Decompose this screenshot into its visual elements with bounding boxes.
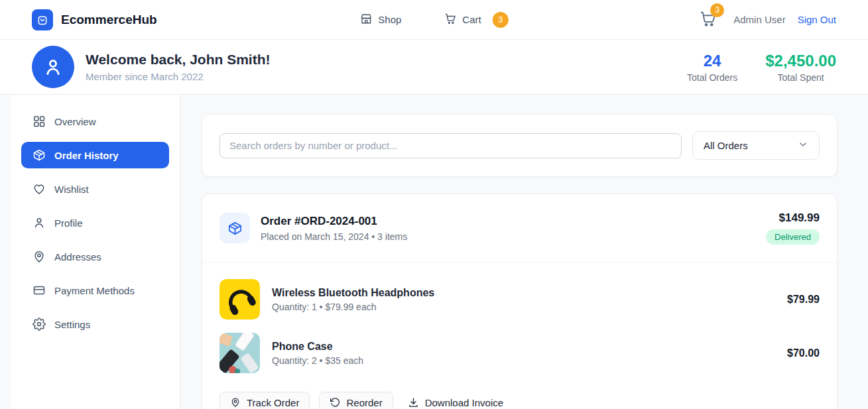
sidebar-item-payment-methods[interactable]: Payment Methods	[21, 277, 169, 304]
item-info: Wireless Bluetooth Headphones Quantity: …	[272, 287, 434, 312]
reorder-label: Reorder	[346, 397, 382, 408]
sidebar-item-label: Wishlist	[54, 184, 89, 195]
package-icon	[32, 148, 46, 162]
sidebar-item-overview[interactable]: Overview	[21, 108, 169, 135]
heart-icon	[32, 182, 46, 196]
welcome-title: Welcome back, John Smith!	[86, 52, 271, 68]
search-input[interactable]	[219, 133, 682, 158]
map-pin-icon	[230, 397, 241, 408]
brand-name: EcommerceHub	[61, 13, 157, 27]
item-info: Phone Case Quantity: 2 • $35 each	[272, 341, 363, 366]
credit-card-icon	[32, 284, 46, 297]
total-orders-label: Total Orders	[687, 72, 737, 83]
order-filter-value: All Orders	[704, 140, 748, 151]
cart-count-badge: 3	[493, 12, 509, 28]
nav-cart[interactable]: Cart 3	[444, 12, 508, 28]
grid-icon	[32, 115, 46, 128]
header-nav: Shop Cart 3	[359, 0, 508, 39]
sidebar-item-label: Profile	[54, 217, 83, 229]
sidebar-item-order-history[interactable]: Order History	[21, 142, 169, 168]
total-orders-value: 24	[687, 52, 737, 70]
order-item-row: Phone Case Quantity: 2 • $35 each $70.00	[219, 333, 820, 373]
item-name: Phone Case	[272, 341, 363, 353]
map-pin-icon	[32, 250, 46, 263]
welcome-banner: Welcome back, John Smith! Member since M…	[0, 40, 868, 95]
order-meta: Placed on March 15, 2024 • 3 items	[261, 231, 407, 242]
product-image-headphones	[219, 279, 260, 320]
order-card: Order #ORD-2024-001 Placed on March 15, …	[202, 194, 837, 409]
total-spent-value: $2,450.00	[765, 52, 836, 70]
order-total: $149.99	[766, 211, 820, 225]
download-invoice-button[interactable]: Download Invoice	[403, 392, 509, 409]
account-stats: 24 Total Orders $2,450.00 Total Spent	[687, 52, 836, 83]
gear-icon	[32, 318, 46, 331]
download-invoice-label: Download Invoice	[425, 397, 503, 408]
total-spent-stat: $2,450.00 Total Spent	[765, 52, 836, 83]
order-actions: Track Order Reorder Download Invoice	[202, 386, 837, 409]
welcome-text: Welcome back, John Smith! Member since M…	[86, 52, 271, 82]
item-details: Quantity: 1 • $79.99 each	[272, 302, 434, 312]
total-spent-label: Total Spent	[765, 72, 836, 83]
person-icon	[32, 216, 46, 229]
sidebar-item-label: Addresses	[54, 251, 101, 263]
sidebar: Overview Order History Wishlist Profile …	[11, 95, 180, 409]
total-orders-stat: 24 Total Orders	[687, 52, 737, 83]
sidebar-item-wishlist[interactable]: Wishlist	[21, 176, 169, 202]
sidebar-item-label: Order History	[54, 150, 119, 161]
order-header-text: Order #ORD-2024-001 Placed on March 15, …	[261, 215, 407, 242]
orders-filter-card: All Orders	[202, 114, 837, 177]
app-header: EcommerceHub Shop Cart 3 3 Admin User Si…	[0, 0, 868, 40]
main-panel: All Orders Order #ORD-2024-001 Placed on…	[180, 95, 868, 409]
store-icon	[359, 13, 372, 27]
brand: EcommerceHub	[32, 9, 157, 30]
nav-shop-label: Shop	[378, 14, 401, 25]
download-icon	[408, 397, 419, 408]
track-order-label: Track Order	[247, 397, 299, 408]
content: Overview Order History Wishlist Profile …	[0, 95, 868, 409]
nav-cart-label: Cart	[462, 14, 481, 25]
track-order-button[interactable]: Track Order	[219, 392, 310, 409]
order-number: Order #ORD-2024-001	[261, 215, 407, 228]
package-icon	[219, 213, 250, 243]
chevron-down-icon	[798, 139, 808, 152]
item-name: Wireless Bluetooth Headphones	[272, 287, 434, 299]
shopping-bag-logo-icon	[32, 9, 53, 30]
cart-icon	[444, 13, 456, 27]
sidebar-item-addresses[interactable]: Addresses	[21, 243, 169, 270]
status-badge: Delivered	[766, 229, 820, 245]
reorder-button[interactable]: Reorder	[319, 392, 393, 409]
sidebar-item-label: Settings	[54, 319, 90, 330]
refresh-icon	[330, 397, 340, 408]
avatar	[32, 46, 74, 88]
sidebar-item-label: Payment Methods	[54, 285, 135, 296]
nav-shop[interactable]: Shop	[359, 13, 401, 27]
item-price: $79.99	[787, 294, 820, 306]
member-since: Member since March 2022	[86, 71, 271, 82]
order-filter-select[interactable]: All Orders	[692, 131, 820, 160]
item-price: $70.00	[787, 347, 820, 359]
sidebar-item-label: Overview	[54, 116, 96, 127]
order-header: Order #ORD-2024-001 Placed on March 15, …	[202, 194, 837, 262]
product-image-phone-case	[219, 333, 260, 373]
order-header-right: $149.99 Delivered	[766, 211, 820, 245]
header-right: 3 Admin User Sign Out	[699, 9, 836, 30]
header-cart-button[interactable]: 3	[699, 9, 717, 30]
sidebar-item-profile[interactable]: Profile	[21, 209, 169, 236]
item-details: Quantity: 2 • $35 each	[272, 355, 363, 366]
user-name: Admin User	[733, 14, 785, 25]
sign-out-link[interactable]: Sign Out	[798, 14, 836, 25]
order-items: Wireless Bluetooth Headphones Quantity: …	[202, 263, 837, 373]
sidebar-item-settings[interactable]: Settings	[21, 311, 169, 337]
cart-count-badge: 3	[710, 3, 724, 17]
order-item-row: Wireless Bluetooth Headphones Quantity: …	[219, 279, 820, 320]
